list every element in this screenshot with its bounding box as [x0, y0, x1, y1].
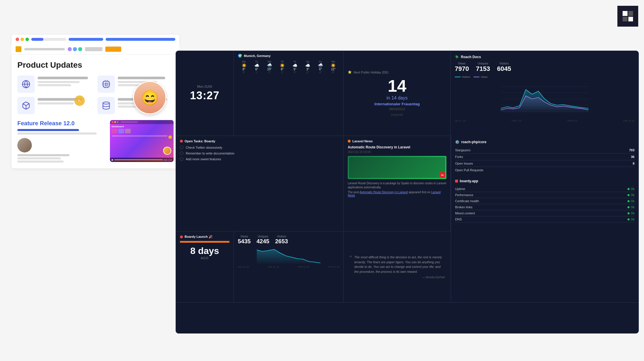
day-low: 8°: [327, 71, 339, 74]
roach-php-title: roach-php/core: [461, 140, 486, 144]
profile-photo: 😄: [133, 81, 166, 114]
boardy-app-header: boardy.app: [455, 179, 634, 183]
article-link[interactable]: Automatic Route Discovery in Laravel: [360, 191, 408, 194]
holiday-header: ⭐ Next Public Holiday (DE): [348, 70, 389, 74]
day-low: 2°: [263, 71, 275, 74]
task-checkbox-1[interactable]: [180, 146, 183, 149]
browser-progress-bar2: [69, 38, 104, 41]
day-label: Mo: [327, 60, 339, 63]
boardy-visitors: Visitors 2653: [275, 235, 288, 245]
quote-widget: " The most difficult thing is the decisi…: [344, 231, 451, 303]
boardy-app-icon: [455, 180, 458, 183]
video-thumbnail[interactable]: Dashboard ▶: [110, 120, 174, 162]
slider-row: [112, 135, 172, 139]
line: [38, 84, 71, 86]
day-icon: 🌧️: [263, 63, 275, 68]
forecast-header: 🌍 Munich, Germany: [238, 54, 339, 58]
visitors-stat: Visitors 6045: [497, 62, 511, 73]
dot-green: [25, 38, 29, 41]
day-high: 6°: [314, 68, 327, 71]
open-tasks-widget: Open Tasks: Boardy Check Twitter obsessi…: [176, 136, 344, 231]
day-high: 5°: [289, 68, 301, 71]
task-text-2: Remember to write documentation: [186, 152, 234, 155]
x-label: Feb 13, 22: [238, 266, 249, 268]
prs-label: Open Pull Requests: [455, 168, 483, 172]
svg-point-13: [103, 102, 110, 104]
task-item-1: Check Twitter obsessively: [180, 146, 339, 149]
line: [38, 77, 88, 79]
boardy-app-chart: [238, 247, 339, 264]
boardy-uniques-value: 4245: [257, 238, 270, 245]
day-icon: 🌨️: [314, 63, 327, 68]
line: [17, 157, 61, 159]
holiday-in-label: in 14 days: [387, 95, 408, 101]
yellow-square-icon: [16, 46, 21, 52]
play-icon[interactable]: ▶: [112, 159, 113, 161]
dot-yellow: [21, 38, 24, 41]
forecast-day-mo: Mo ☀️ 8° 3°: [238, 60, 250, 74]
circle2: [73, 47, 77, 51]
small-avatar: [17, 138, 32, 152]
forecast-day-sa: Sa ☁️ 3° 2°: [302, 60, 314, 74]
dot-red: [16, 38, 19, 41]
legend-visitors: Visitors: [455, 75, 470, 78]
time-display: 0:00 / 2:15: [164, 159, 172, 161]
status-indicator: [628, 200, 630, 202]
article-body: Laravel Route Discovery is a package by …: [348, 181, 446, 189]
forecast-day-mo2: Mo ☀️ 12° 8°: [327, 60, 339, 74]
day-label: Tu: [251, 60, 263, 63]
database-icon: [97, 97, 115, 114]
rss-icon: [348, 140, 351, 143]
issues-value: 8: [633, 162, 634, 165]
github-icon: ⚙️: [455, 140, 459, 144]
prs-row: Open Pull Requests: [455, 167, 634, 173]
star-icon: ⭐: [348, 70, 352, 74]
status-indicator: [628, 194, 630, 196]
day-low: 1°: [251, 71, 263, 74]
x-label: Feb 15, 22: [623, 119, 634, 122]
boardy-launch-header: Boardy Launch 🎉: [180, 235, 229, 239]
feature-title: Feature Release 12.0: [17, 120, 105, 127]
views-value: 7970: [455, 65, 469, 73]
views-label: Views: [455, 62, 469, 65]
product-updates-title: Product Updates: [17, 60, 174, 70]
progress-fill2: [69, 38, 104, 41]
day-icon: ☁️: [302, 63, 314, 68]
legend-line: [455, 77, 461, 77]
app-logo: [617, 6, 638, 27]
task-item-2: Remember to write documentation: [180, 152, 339, 155]
day-icon: ☀️: [238, 63, 250, 68]
day-high: 10°: [263, 68, 275, 71]
task-checkbox-2[interactable]: [180, 152, 183, 155]
timeline[interactable]: [114, 159, 163, 160]
forecast-day-th: Th ☀️ 8° 1°: [276, 60, 288, 74]
weather-forecast: 🌍 Munich, Germany Mo ☀️ 8° 3° Tu ☁️ 6° 1…: [234, 51, 344, 136]
boardy-visitors-value: 2653: [275, 238, 288, 245]
laravel-news-title: Laravel News: [352, 139, 373, 143]
quote-body: The most difficult thing is the decision…: [354, 255, 445, 279]
task-item-3: Add more sweet features: [180, 157, 339, 161]
roach-php-widget: ⚙️ roach-php/core Stargazers 703 Forks 3…: [451, 136, 639, 303]
line: [17, 161, 64, 163]
stargazers-label: Stargazers: [455, 148, 470, 152]
forks-row: Forks 36: [455, 154, 634, 160]
day-label: Mo: [238, 60, 250, 63]
roach-docs-chart: [455, 80, 634, 118]
day-high: 12°: [327, 68, 339, 71]
x-label: Feb 21, 22: [328, 266, 339, 268]
box-icon: [17, 97, 35, 114]
quote-author: — Amelia Earhart: [354, 276, 445, 279]
boardy-launch-widget: Boardy Launch 🎉 8 days AGO: [176, 231, 234, 303]
day-low: 2°: [302, 71, 314, 74]
vdot-red: [112, 121, 113, 123]
forecast-days-grid: Mo ☀️ 8° 3° Tu ☁️ 6° 1° We 🌧️ 10° 2° Th …: [238, 60, 339, 74]
browser-dots: [16, 38, 29, 41]
forecast-day-tu: Tu ☁️ 6° 1°: [251, 60, 263, 74]
stargazers-row: Stargazers 703: [455, 147, 634, 154]
widget3: [125, 129, 131, 133]
boardy-app-stats-widget: Views 5435 Uniques 4245 Visitors 2653: [234, 231, 344, 303]
task-checkbox-3[interactable]: [180, 157, 183, 161]
day-high: 3°: [302, 68, 314, 71]
circle3: [78, 47, 82, 51]
holiday-days-count: 14: [388, 78, 406, 94]
